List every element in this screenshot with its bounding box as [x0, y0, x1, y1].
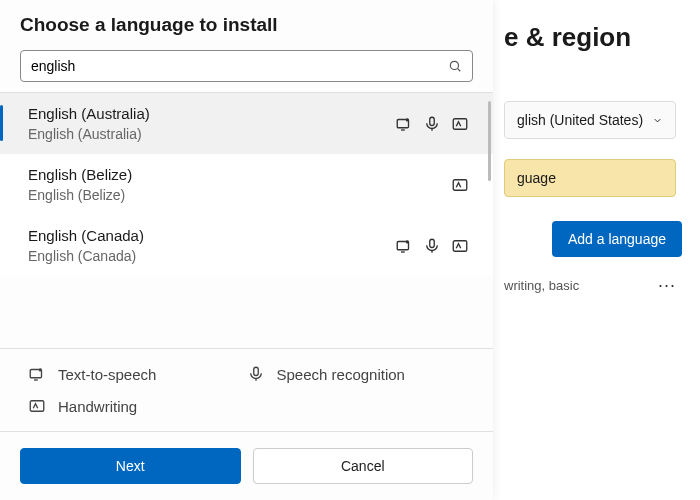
- legend-hand: Handwriting: [28, 397, 247, 415]
- svg-rect-18: [253, 367, 258, 375]
- legend-tts-label: Text-to-speech: [58, 366, 156, 383]
- handwriting-icon: [451, 176, 469, 194]
- svg-rect-12: [430, 239, 435, 247]
- search-wrapper: [20, 50, 473, 82]
- svg-point-4: [406, 118, 409, 121]
- language-name: English (Belize): [28, 166, 132, 183]
- selected-language-label: glish (United States): [517, 112, 643, 128]
- mic-icon: [247, 365, 265, 383]
- language-native: English (Belize): [28, 187, 132, 203]
- svg-point-17: [39, 368, 42, 371]
- selection-indicator: [0, 105, 3, 141]
- handwriting-icon: [28, 397, 46, 415]
- legend: Text-to-speech Speech recognition Handwr…: [0, 348, 493, 431]
- dialog-title: Choose a language to install: [20, 14, 473, 36]
- list-item[interactable]: English (Australia) English (Australia): [0, 93, 493, 154]
- cancel-button[interactable]: Cancel: [253, 448, 474, 484]
- language-pack-item[interactable]: writing, basic ···: [504, 269, 676, 302]
- legend-speech: Speech recognition: [247, 365, 466, 383]
- list-item[interactable]: English (Canada) English (Canada): [0, 215, 493, 276]
- handwriting-icon: [451, 115, 469, 133]
- search-icon: [448, 59, 462, 73]
- language-native: English (Australia): [28, 126, 150, 142]
- windows-language-dropdown[interactable]: glish (United States): [504, 101, 676, 139]
- tts-icon: [28, 365, 46, 383]
- language-list: English (Australia) English (Australia) …: [0, 92, 493, 348]
- tts-icon: [395, 237, 413, 255]
- mic-icon: [423, 115, 441, 133]
- language-name: English (Australia): [28, 105, 150, 122]
- legend-tts: Text-to-speech: [28, 365, 247, 383]
- dialog-footer: Next Cancel: [0, 431, 493, 500]
- more-icon[interactable]: ···: [658, 275, 676, 296]
- svg-rect-5: [430, 117, 435, 125]
- svg-point-11: [406, 240, 409, 243]
- handwriting-icon: [451, 237, 469, 255]
- language-pack-subtitle: writing, basic: [504, 278, 579, 293]
- legend-speech-label: Speech recognition: [277, 366, 405, 383]
- search-input[interactable]: [21, 51, 472, 81]
- language-native: English (Canada): [28, 248, 144, 264]
- info-banner: guage: [504, 159, 676, 197]
- legend-hand-label: Handwriting: [58, 398, 137, 415]
- settings-page-bg: e & region glish (United States) guage A…: [490, 0, 700, 500]
- page-title: e & region: [504, 22, 686, 53]
- next-button[interactable]: Next: [20, 448, 241, 484]
- svg-point-0: [450, 61, 458, 69]
- scrollbar-thumb[interactable]: [488, 101, 491, 181]
- add-language-button[interactable]: Add a language: [552, 221, 682, 257]
- chevron-down-icon: [652, 115, 663, 126]
- mic-icon: [423, 237, 441, 255]
- tts-icon: [395, 115, 413, 133]
- language-name: English (Canada): [28, 227, 144, 244]
- svg-line-1: [458, 69, 461, 72]
- list-item[interactable]: English (Belize) English (Belize): [0, 154, 493, 215]
- choose-language-dialog: Choose a language to install English (Au…: [0, 0, 493, 500]
